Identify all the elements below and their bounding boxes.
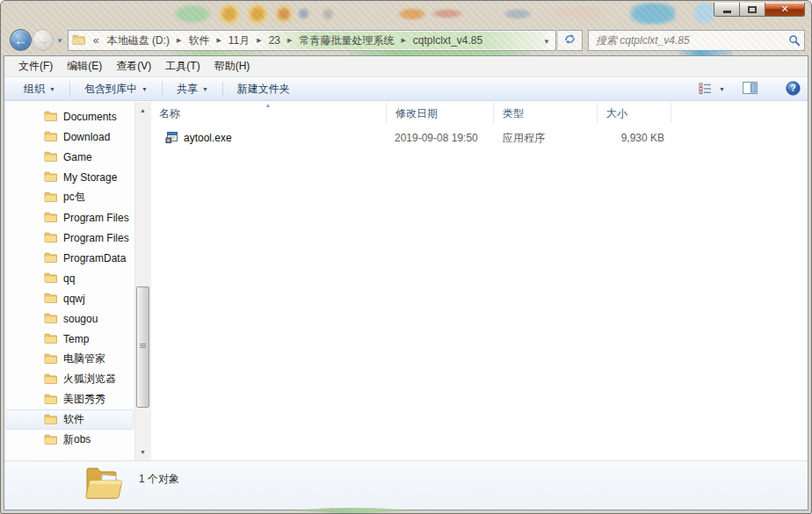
breadcrumb-item[interactable]: 23 <box>265 32 285 49</box>
menu-item[interactable]: 查看(V) <box>109 54 158 78</box>
folder-icon <box>44 191 57 205</box>
toolbar-separator <box>162 82 163 96</box>
sidebar-folder-item[interactable]: Program Files <box>5 207 134 228</box>
folder-icon <box>44 292 57 306</box>
organize-button[interactable]: 组织 ▼ <box>15 78 64 100</box>
breadcrumb-item[interactable]: 本地磁盘 (D:) <box>103 31 174 51</box>
minimize-button[interactable] <box>714 3 740 17</box>
sidebar-folder-item[interactable]: 火狐浏览器 <box>5 369 134 389</box>
titlebar-artifact <box>553 6 607 20</box>
sidebar-folder-label: Program Files <box>63 212 129 224</box>
scroll-down-icon[interactable]: ▼ <box>135 445 150 459</box>
toolbar-separator <box>69 82 70 96</box>
share-label: 共享 <box>177 82 198 97</box>
folder-icon <box>44 150 57 164</box>
titlebar[interactable]: ✕ <box>1 1 811 25</box>
breadcrumb-item[interactable]: cqtplclxt_v4.85 <box>409 32 487 49</box>
column-header-name[interactable]: ▲ 名称 <box>151 102 387 123</box>
breadcrumb-separator-icon[interactable]: ▶ <box>398 37 408 44</box>
sidebar-folder-label: My Storage <box>63 171 117 184</box>
breadcrumb-item[interactable]: 常青藤批量处理系统 <box>294 31 398 51</box>
scrollbar-thumb[interactable] <box>136 286 149 408</box>
explorer-window: ✕ ← → ▼ « 本地磁盘 (D:) ▶ 软件 ▶ <box>0 0 812 514</box>
sidebar-folder-item[interactable]: Temp <box>5 329 134 349</box>
folder-icon <box>72 33 85 47</box>
sidebar-folder-item[interactable]: Program Files <box>5 228 134 248</box>
sidebar-folder-item[interactable]: Game <box>5 147 134 167</box>
column-header-date[interactable]: 修改日期 <box>387 102 494 123</box>
sidebar-folder-label: 电脑管家 <box>63 351 105 366</box>
sidebar-folder-label: Temp <box>63 333 89 345</box>
breadcrumb-item[interactable]: 11月 <box>224 31 254 51</box>
file-list: ▲ 名称 修改日期 类型 大小 <box>150 102 808 460</box>
sidebar-folder-item[interactable]: ProgramData <box>5 248 134 268</box>
sidebar-folder-item[interactable]: 美图秀秀 <box>5 389 134 409</box>
forward-arrow-icon: → <box>36 33 49 47</box>
column-label: 修改日期 <box>395 107 438 119</box>
breadcrumb-separator-icon[interactable]: ▶ <box>214 37 223 44</box>
folder-icon <box>44 271 57 286</box>
titlebar-artifact <box>219 4 240 25</box>
maximize-button[interactable] <box>740 3 765 17</box>
folder-icon <box>44 373 57 387</box>
share-button[interactable]: 共享 ▼ <box>168 78 217 100</box>
breadcrumb-item[interactable]: 软件 <box>184 31 214 51</box>
views-button[interactable]: ▼ <box>695 80 729 99</box>
column-header-type[interactable]: 类型 <box>494 102 598 123</box>
column-header-size[interactable]: 大小 <box>598 102 671 123</box>
preview-pane-button[interactable] <box>743 82 758 97</box>
breadcrumb-separator-icon[interactable]: ▶ <box>285 37 294 44</box>
file-name: aytool.exe <box>184 132 232 144</box>
command-toolbar: 组织 ▼ 包含到库中 ▼ 共享 ▼ 新建文件夹 <box>4 77 808 101</box>
file-row[interactable]: aytool.exe 2019-09-08 19:50 应用程序 9,930 K… <box>151 128 808 148</box>
sidebar-scrollbar[interactable]: ▲ ▼ <box>134 102 150 460</box>
sidebar-folder-item[interactable]: qq <box>5 268 134 288</box>
refresh-button[interactable] <box>558 30 583 51</box>
address-bar[interactable]: « 本地磁盘 (D:) ▶ 软件 ▶ 11月 ▶ 23 ▶ <box>68 30 556 51</box>
titlebar-artifact <box>630 3 676 25</box>
scroll-up-icon[interactable]: ▲ <box>135 104 150 117</box>
sidebar-folder-item[interactable]: sougou <box>5 308 134 329</box>
maximize-icon <box>748 6 757 13</box>
forward-button[interactable]: → <box>32 29 54 51</box>
titlebar-artifact <box>398 8 426 20</box>
folder-icon <box>44 413 57 427</box>
search-input[interactable] <box>589 34 785 47</box>
sidebar-folder-item[interactable]: Documents <box>5 106 134 127</box>
sidebar-folder-label: ProgramData <box>63 252 126 264</box>
new-folder-label: 新建文件夹 <box>237 82 290 97</box>
sidebar-folder-item[interactable]: pc包 <box>5 187 134 207</box>
new-folder-button[interactable]: 新建文件夹 <box>228 78 299 100</box>
include-label: 包含到库中 <box>84 82 137 97</box>
titlebar-artifact <box>173 4 212 24</box>
sidebar-folder-label: 新obs <box>63 432 91 447</box>
sidebar-folder-item[interactable]: 软件 <box>5 409 134 430</box>
sidebar-folder-item[interactable]: Download <box>5 127 134 147</box>
help-button[interactable]: ? <box>786 81 801 98</box>
sidebar-folder-label: qq <box>63 272 75 285</box>
menu-bar: 文件(F)编辑(E)查看(V)工具(T)帮助(H) <box>4 56 808 77</box>
sidebar-folder-item[interactable]: qqwj <box>5 288 134 308</box>
search-icon[interactable] <box>785 34 804 47</box>
bottom-border <box>1 510 811 513</box>
folder-icon <box>44 393 57 407</box>
menu-item[interactable]: 编辑(E) <box>60 54 109 78</box>
chevron-down-icon: ▼ <box>49 86 55 92</box>
column-label: 类型 <box>503 107 524 119</box>
breadcrumb-separator-icon[interactable]: ▶ <box>174 37 184 44</box>
include-in-library-button[interactable]: 包含到库中 ▼ <box>76 78 156 100</box>
sidebar-folder-item[interactable]: 电脑管家 <box>5 349 134 369</box>
column-header-filler <box>671 102 808 123</box>
menu-item[interactable]: 文件(F) <box>11 54 60 78</box>
sidebar-folder-item[interactable]: 新obs <box>5 430 134 450</box>
folder-icon <box>44 110 57 124</box>
breadcrumb-separator-icon[interactable]: ▶ <box>254 37 264 44</box>
recent-pages-dropdown[interactable]: ▼ <box>56 37 63 45</box>
menu-item[interactable]: 帮助(H) <box>207 54 257 78</box>
close-button[interactable]: ✕ <box>765 3 805 17</box>
menu-item[interactable]: 工具(T) <box>158 54 207 78</box>
address-dropdown-icon[interactable]: ▼ <box>543 38 550 46</box>
back-button[interactable]: ← <box>10 29 32 51</box>
breadcrumb-overflow-chevron[interactable]: « <box>90 34 103 47</box>
sidebar-folder-item[interactable]: My Storage <box>5 167 134 187</box>
